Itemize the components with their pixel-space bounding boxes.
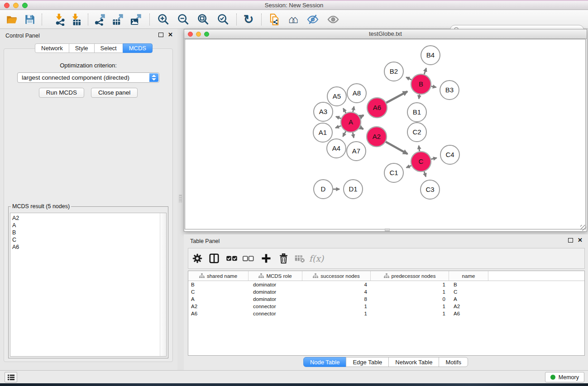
tab-node-table[interactable]: Node Table	[303, 357, 347, 367]
result-list-scrollbar[interactable]	[160, 213, 166, 356]
column-header-shared-name[interactable]: shared name	[188, 271, 249, 281]
graph-edge-A-A5[interactable]	[343, 108, 346, 113]
home-view-icon[interactable]: ⌂⌂	[285, 12, 301, 27]
mcds-result-item[interactable]: C	[10, 236, 166, 243]
cell-shared-name[interactable]: A	[188, 295, 249, 303]
tab-edge-table[interactable]: Edge Table	[346, 357, 389, 367]
cell-successor-nodes[interactable]: 1	[302, 310, 371, 317]
delete-table-icon[interactable]	[292, 251, 307, 266]
graph-edge-B-B1[interactable]	[419, 95, 419, 99]
zoom-selected-icon[interactable]	[215, 12, 231, 27]
graph-edge-A-A4[interactable]	[343, 131, 345, 137]
cell-shared-name[interactable]: B	[188, 281, 249, 288]
close-panel-button[interactable]: Close panel	[91, 88, 138, 98]
table-row[interactable]: A2connector11A2	[188, 303, 584, 310]
cell-successor-nodes[interactable]: 4	[302, 281, 371, 288]
network-window-titlebar[interactable]: testGlobe.txt	[184, 29, 587, 39]
float-panel-icon[interactable]	[158, 33, 163, 37]
zoom-out-icon[interactable]	[175, 12, 191, 27]
table-row[interactable]: Cdominator41C	[188, 288, 584, 295]
cell-shared-name[interactable]: A2	[188, 303, 249, 310]
refresh-layout-icon[interactable]: ↻	[240, 12, 257, 27]
close-window-icon[interactable]	[4, 3, 10, 8]
zoom-window-icon[interactable]	[22, 3, 28, 8]
duplicate-network-icon[interactable]	[266, 12, 282, 27]
add-column-icon[interactable]	[258, 251, 274, 266]
graph-edge-B-B3[interactable]	[431, 86, 436, 87]
graph-edge-B-B4[interactable]	[424, 68, 426, 75]
gear-icon[interactable]	[190, 251, 205, 266]
function-builder-icon[interactable]: f(x)	[309, 251, 324, 266]
cell-name[interactable]: B	[449, 281, 488, 288]
column-header-successor-nodes[interactable]: successor nodes	[302, 271, 371, 281]
cell-predecessor-nodes[interactable]: 1	[371, 310, 449, 317]
cell-MCDS-role[interactable]: dominator	[249, 281, 302, 288]
export-table-icon[interactable]	[110, 12, 126, 27]
task-history-button[interactable]	[5, 372, 17, 382]
close-panel-icon[interactable]: ✕	[168, 33, 173, 37]
export-network-icon[interactable]	[91, 12, 108, 27]
hide-details-icon[interactable]	[305, 12, 321, 27]
column-header-name[interactable]: name	[449, 271, 488, 281]
cell-name[interactable]: A2	[449, 303, 488, 310]
save-session-icon[interactable]	[22, 12, 38, 27]
table-row[interactable]: A6connector11A6	[188, 310, 584, 317]
graph-edge-A-A6[interactable]	[360, 115, 363, 117]
window-titlebar[interactable]: Session: New Session	[0, 0, 588, 10]
import-network-icon[interactable]	[52, 12, 68, 27]
column-header-MCDS-role[interactable]: MCDS role	[249, 271, 302, 281]
cell-successor-nodes[interactable]: 4	[302, 288, 371, 295]
columns-icon[interactable]	[206, 251, 222, 266]
cell-name[interactable]: A	[449, 295, 488, 303]
panel-divider[interactable]	[177, 29, 184, 370]
minimize-window-icon[interactable]	[13, 3, 19, 8]
graph-edge-C-C1[interactable]	[406, 166, 411, 168]
zoom-network-icon[interactable]	[204, 32, 209, 37]
close-network-icon[interactable]	[188, 32, 193, 37]
float-table-panel-icon[interactable]	[568, 238, 573, 243]
graph-edge-A-A2[interactable]	[360, 127, 363, 129]
mcds-result-item[interactable]: A6	[10, 243, 166, 251]
tab-network-table[interactable]: Network Table	[388, 357, 439, 367]
column-header-predecessor-nodes[interactable]: predecessor nodes	[371, 271, 449, 281]
window-resize-grip[interactable]	[580, 225, 586, 231]
cell-predecessor-nodes[interactable]: 1	[371, 281, 449, 288]
cell-shared-name[interactable]: C	[188, 288, 249, 295]
cell-predecessor-nodes[interactable]: 1	[371, 303, 449, 310]
open-session-icon[interactable]	[4, 12, 20, 27]
graph-edge-B-B2[interactable]	[406, 77, 411, 80]
zoom-in-icon[interactable]	[155, 12, 172, 27]
tab-style[interactable]: Style	[69, 43, 95, 53]
cell-predecessor-nodes[interactable]: 1	[371, 288, 449, 295]
graph-edge-C-C2[interactable]	[419, 146, 420, 152]
graph-edge-A6-B[interactable]	[386, 91, 407, 103]
tab-network[interactable]: Network	[35, 43, 69, 53]
import-table-icon[interactable]	[68, 12, 84, 27]
divider-grip[interactable]	[179, 195, 182, 203]
mcds-result-item[interactable]: A2	[10, 214, 166, 222]
minimize-network-icon[interactable]	[196, 32, 201, 37]
graph-edge-A-A1[interactable]	[335, 126, 341, 128]
tab-mcds[interactable]: MCDS	[123, 43, 153, 53]
select-all-checkboxes-icon[interactable]	[224, 251, 239, 266]
trash-icon[interactable]	[276, 251, 291, 266]
table-row[interactable]: Bdominator41B	[188, 281, 584, 288]
cell-name[interactable]: A6	[449, 310, 488, 317]
export-image-icon[interactable]	[128, 12, 144, 27]
cell-MCDS-role[interactable]: connector	[249, 310, 302, 317]
mcds-result-item[interactable]: A	[10, 222, 166, 229]
network-split-grip[interactable]	[385, 229, 390, 231]
run-mcds-button[interactable]: Run MCDS	[39, 88, 84, 98]
criterion-dropdown[interactable]: largest connected component (directed)	[17, 72, 159, 83]
cell-shared-name[interactable]: A6	[188, 310, 249, 317]
close-table-panel-icon[interactable]: ✕	[578, 238, 583, 243]
tab-select[interactable]: Select	[94, 43, 123, 53]
mcds-result-item[interactable]: B	[10, 229, 166, 236]
deselect-all-checkboxes-icon[interactable]	[240, 251, 256, 266]
cell-MCDS-role[interactable]: dominator	[249, 288, 302, 295]
graph-edge-C-C3[interactable]	[424, 172, 426, 177]
graph-edge-A-A7[interactable]	[353, 133, 354, 138]
cell-MCDS-role[interactable]: dominator	[249, 295, 302, 303]
cell-name[interactable]: C	[449, 288, 488, 295]
tab-motifs[interactable]: Motifs	[439, 357, 468, 367]
